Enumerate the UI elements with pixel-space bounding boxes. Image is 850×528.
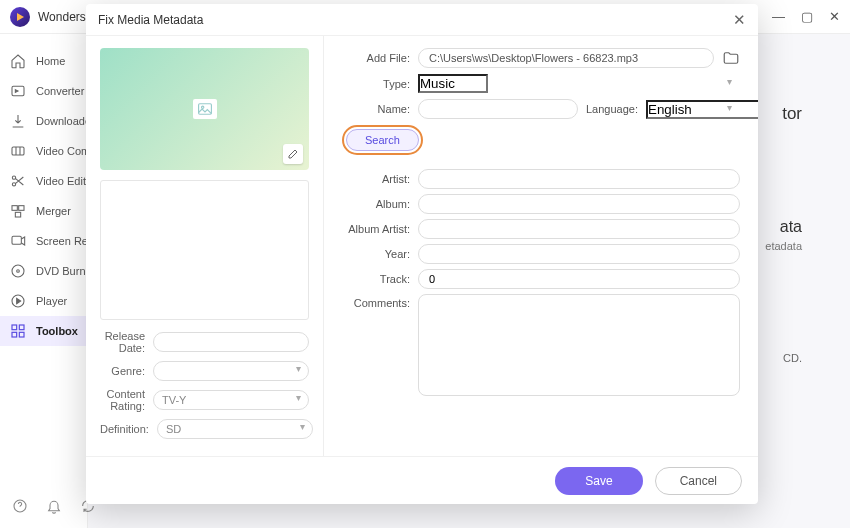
release-date-label: Release Date: [100, 330, 153, 354]
search-highlight: Search [342, 125, 423, 155]
edit-art-button[interactable] [283, 144, 303, 164]
album-label: Album: [324, 198, 418, 210]
comments-input[interactable] [418, 294, 740, 396]
definition-select[interactable] [157, 419, 313, 439]
modal-fix-metadata: Fix Media Metadata ✕ Release Date: Genre… [86, 4, 758, 504]
right-pane: Add File: Type: Name: Language: [324, 36, 758, 456]
svg-point-18 [201, 106, 203, 108]
comments-label: Comments: [324, 294, 418, 309]
definition-label: Definition: [100, 423, 157, 435]
name-input[interactable] [418, 99, 578, 119]
type-select[interactable] [418, 74, 488, 93]
left-pane: Release Date: Genre: Content Rating: Def… [86, 36, 324, 456]
content-rating-label: Content Rating: [100, 388, 153, 412]
results-list[interactable] [100, 180, 309, 320]
search-button[interactable]: Search [346, 129, 419, 151]
track-label: Track: [324, 273, 418, 285]
name-label: Name: [324, 103, 418, 115]
language-label: Language: [578, 103, 646, 115]
cancel-button[interactable]: Cancel [655, 467, 742, 495]
track-input[interactable] [418, 269, 740, 289]
modal-header: Fix Media Metadata ✕ [86, 4, 758, 36]
album-artist-input[interactable] [418, 219, 740, 239]
type-label: Type: [324, 78, 418, 90]
year-input[interactable] [418, 244, 740, 264]
language-select[interactable] [646, 100, 758, 119]
modal-title: Fix Media Metadata [98, 13, 203, 27]
artist-label: Artist: [324, 173, 418, 185]
album-art [100, 48, 309, 170]
content-rating-select[interactable] [153, 390, 309, 410]
browse-folder-button[interactable] [722, 49, 740, 67]
genre-select[interactable] [153, 361, 309, 381]
image-placeholder-icon [193, 99, 217, 119]
year-label: Year: [324, 248, 418, 260]
add-file-label: Add File: [324, 52, 418, 64]
album-artist-label: Album Artist: [324, 223, 418, 235]
release-date-input[interactable] [153, 332, 309, 352]
add-file-input[interactable] [418, 48, 714, 68]
close-icon[interactable]: ✕ [733, 11, 746, 29]
modal-footer: Save Cancel [86, 456, 758, 504]
modal-overlay: Fix Media Metadata ✕ Release Date: Genre… [0, 0, 850, 528]
album-input[interactable] [418, 194, 740, 214]
artist-input[interactable] [418, 169, 740, 189]
genre-label: Genre: [100, 365, 153, 377]
save-button[interactable]: Save [555, 467, 642, 495]
